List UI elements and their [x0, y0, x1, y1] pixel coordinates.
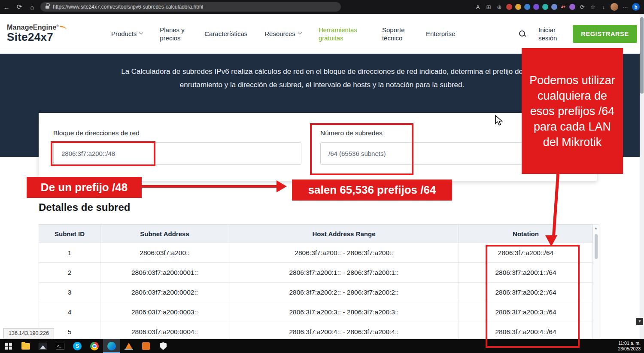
- cell-subnet-address: 2806:03f7:a200:0002::: [100, 283, 229, 302]
- table-header-row: Subnet ID Subnet Address Host Address Ra…: [39, 225, 593, 243]
- taskbar-app[interactable]: [137, 339, 155, 353]
- annotation-rect-notation-column: [486, 245, 580, 348]
- toolbar-right: A ⊞ ⊕ 4+ ⟳ ☆ ↓ ⋯ b: [474, 3, 644, 11]
- annotation-center-note: salen 65,536 prefijos /64: [292, 180, 452, 201]
- nav-label: Resources: [264, 30, 295, 38]
- extension-icon[interactable]: [569, 4, 575, 10]
- favorites-star-icon[interactable]: ☆: [589, 4, 597, 10]
- chevron-down-icon: [139, 30, 143, 35]
- start-button[interactable]: [0, 339, 17, 353]
- nav-label: Products: [111, 30, 137, 38]
- taskbar-skype[interactable]: S: [69, 339, 86, 353]
- nav-soporte-tecnico[interactable]: Soporte técnico: [382, 26, 409, 42]
- nav-products[interactable]: Products: [111, 30, 143, 38]
- header-right: Iniciar sesión REGISTRARSE: [519, 25, 637, 43]
- chevron-down-icon: [298, 30, 302, 35]
- browser-refresh-icon[interactable]: ⟳: [578, 4, 586, 10]
- taskbar-terminal[interactable]: >_: [52, 339, 69, 353]
- clock-time: 11:01 a. m.: [618, 341, 641, 346]
- taskbar-photos[interactable]: [34, 339, 52, 353]
- nav-resources[interactable]: Resources: [264, 30, 301, 38]
- extension-icon[interactable]: [506, 4, 512, 10]
- nav-caracteristicas[interactable]: Características: [204, 30, 247, 38]
- col-host-range: Host Address Range: [229, 225, 459, 243]
- address-block-label: Bloque de direcciones de red: [53, 129, 140, 137]
- extension-icon[interactable]: [542, 4, 548, 10]
- page-scrollbar[interactable]: [640, 14, 644, 339]
- nav-label: Enterprise: [426, 30, 455, 38]
- nav-label: Características: [204, 30, 247, 38]
- cell-subnet-id: 4: [39, 302, 100, 322]
- cell-subnet-id: 1: [39, 243, 100, 263]
- table-scrollbar[interactable]: ▲: [593, 224, 599, 339]
- cell-host-range: 2806:3f7:a200:: - 2806:3f7:a200::: [229, 243, 459, 263]
- refresh-icon[interactable]: ⟳: [13, 3, 26, 11]
- nav-planes-y-precios[interactable]: Planes y precios: [160, 26, 187, 42]
- profile-avatar[interactable]: [611, 3, 618, 11]
- annotation-arrow-right-icon: [142, 185, 277, 188]
- edge-icon: [107, 342, 116, 350]
- home-icon[interactable]: ⌂: [26, 3, 39, 11]
- status-bubble: 136.143.190.226: [3, 328, 54, 338]
- annotation-rect-subnet-count: [310, 123, 413, 175]
- scroll-up-icon[interactable]: ▲: [593, 226, 599, 230]
- lock-icon: [46, 6, 49, 9]
- chrome-icon: [90, 342, 99, 350]
- taskbar-edge-active[interactable]: [103, 339, 120, 353]
- downloads-icon[interactable]: ↓: [600, 4, 608, 10]
- cell-host-range: 2806:3f7:a200:3:: - 2806:3f7:a200:3::: [229, 302, 459, 322]
- taskbar-clock[interactable]: 11:01 a. m. 23/05/2023: [618, 341, 644, 352]
- nav-herramientas-gratuitas[interactable]: Herramientas gratuitas: [319, 26, 365, 42]
- section-title: Detalles de subred: [39, 201, 130, 213]
- split-screen-icon[interactable]: ⊞: [485, 4, 492, 10]
- shield-icon: [160, 342, 167, 350]
- extension-icon[interactable]: [533, 4, 539, 10]
- skype-icon: S: [73, 342, 82, 350]
- browser-toolbar: ← ⟳ ⌂ https://www.site24x7.com/es/tools/…: [0, 0, 644, 14]
- nav-label: Planes y precios: [160, 26, 187, 42]
- table-scrollbar-thumb[interactable]: [595, 234, 598, 259]
- nav-label: Herramientas gratuitas: [319, 26, 365, 42]
- cell-subnet-address: 2806:03f7:a200::: [100, 243, 229, 263]
- image-icon: [39, 343, 47, 350]
- register-button[interactable]: REGISTRARSE: [573, 25, 637, 43]
- more-menu-icon[interactable]: ⋯: [621, 4, 629, 10]
- terminal-icon: >_: [56, 343, 64, 350]
- extension-icon[interactable]: [524, 4, 530, 10]
- browser-logo-icon[interactable]: b: [632, 3, 640, 11]
- cell-subnet-address: 2806:03f7:a200:0003::: [100, 302, 229, 322]
- taskbar-security[interactable]: [155, 339, 172, 353]
- annotation-right-note: Podemos utilizar cualquiera de esos pref…: [522, 48, 623, 174]
- zoom-icon[interactable]: ⊕: [495, 4, 503, 10]
- col-subnet-address: Subnet Address: [100, 225, 229, 243]
- cell-subnet-id: 2: [39, 263, 100, 283]
- nav-enterprise[interactable]: Enterprise: [426, 30, 455, 38]
- annotation-arrowhead-icon: [276, 180, 287, 192]
- signin-link[interactable]: Iniciar sesión: [538, 26, 561, 42]
- scroll-down-icon[interactable]: ▼: [636, 318, 643, 325]
- extension-badge[interactable]: 4+: [560, 5, 566, 9]
- taskbar-file-explorer[interactable]: [17, 339, 34, 353]
- windows-logo-icon: [5, 343, 12, 350]
- screen: ← ⟳ ⌂ https://www.site24x7.com/es/tools/…: [0, 0, 644, 353]
- taskbar-vlc[interactable]: [120, 339, 137, 353]
- folder-icon: [21, 343, 30, 350]
- extension-icon[interactable]: [515, 4, 521, 10]
- annotation-rect-address-block: [51, 141, 155, 166]
- site-logo[interactable]: ManageEngine® Site24x7: [7, 24, 99, 44]
- back-icon[interactable]: ←: [0, 3, 13, 11]
- taskbar-chrome[interactable]: [86, 339, 103, 353]
- read-aloud-icon[interactable]: A: [474, 4, 482, 10]
- cell-host-range: 2806:3f7:a200:1:: - 2806:3f7:a200:1::: [229, 263, 459, 283]
- col-notation: Notation: [459, 225, 593, 243]
- page-scrollbar-thumb[interactable]: [640, 17, 644, 94]
- logo-swoosh-icon: [60, 26, 67, 30]
- cell-subnet-address: 2806:03f7:a200:0001::: [100, 263, 229, 283]
- search-icon[interactable]: [519, 30, 526, 38]
- clock-date: 23/05/2023: [618, 346, 641, 352]
- url-text[interactable]: https://www.site24x7.com/es/tools/ipv6-s…: [53, 4, 203, 10]
- address-bar[interactable]: https://www.site24x7.com/es/tools/ipv6-s…: [40, 2, 341, 12]
- mouse-cursor-icon: [495, 115, 504, 126]
- main-nav: Products Planes y precios Característica…: [111, 26, 455, 42]
- extension-icon[interactable]: [551, 4, 557, 10]
